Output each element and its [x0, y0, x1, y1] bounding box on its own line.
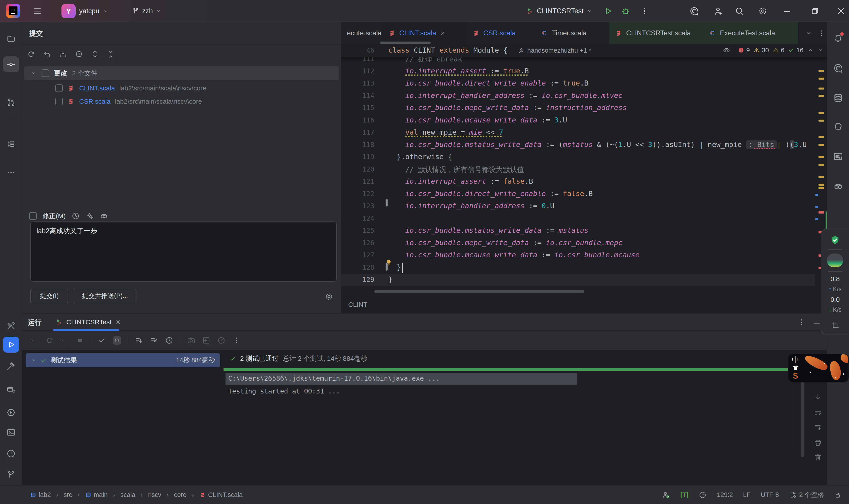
caret-position[interactable]: 129:2: [717, 491, 733, 499]
tab-executetest-scala[interactable]: ExecuteTest.scala: [703, 22, 798, 44]
breadcrumb-item[interactable]: src: [64, 491, 72, 499]
breadcrumb-item[interactable]: core: [174, 491, 186, 499]
close-icon[interactable]: [115, 319, 121, 325]
file-encoding[interactable]: UTF-8: [761, 491, 779, 499]
console-line[interactable]: C:\Users\26586\.jdks\temurin-17.0.16\bin…: [228, 375, 440, 382]
breadcrumb-item[interactable]: scala: [120, 491, 135, 499]
branch-selector[interactable]: zzh: [132, 0, 162, 22]
screenshot-crop-icon[interactable]: [830, 321, 840, 330]
changes-checkbox[interactable]: [41, 69, 49, 77]
settings-gear-icon[interactable]: [758, 6, 767, 16]
code-line-120[interactable]: 120// 默认情况，所有信号都设为默认值: [341, 164, 815, 176]
database-stripe-icon[interactable]: [833, 93, 843, 103]
sort-by-duration-icon[interactable]: [135, 336, 143, 345]
console-scrollbar[interactable]: [801, 382, 804, 457]
test-results-row[interactable]: 测试结果 14秒 884毫秒: [26, 353, 220, 367]
hamburger-menu-icon[interactable]: [32, 6, 42, 16]
toolbar-kebab-icon[interactable]: [232, 336, 240, 345]
tabs-chevron-down-icon[interactable]: [805, 29, 813, 37]
project-selector[interactable]: Y yatcpu: [61, 0, 109, 22]
commit-options-gear-icon[interactable]: [325, 292, 333, 301]
print-icon[interactable]: [814, 438, 822, 447]
user-logged-in-icon[interactable]: [662, 491, 670, 499]
tabs-kebab-icon[interactable]: [818, 29, 826, 37]
sidebar-item-services[interactable]: [6, 385, 16, 395]
documentation-card-icon[interactable]: [833, 151, 843, 162]
run-configuration-selector[interactable]: CLINTCSRTest: [526, 0, 593, 22]
window-restore-button[interactable]: [810, 6, 819, 16]
breadcrumb-item[interactable]: lab2: [30, 491, 51, 499]
window-close-button[interactable]: [836, 6, 846, 16]
dependencies-hexagon-icon[interactable]: [833, 122, 843, 132]
error-stripe-mark[interactable]: [818, 211, 824, 214]
ai-assistant-icon[interactable]: [689, 6, 699, 16]
show-ignored-icon[interactable]: [113, 336, 121, 345]
toggle-auto-test-icon[interactable]: [60, 336, 69, 345]
sidebar-item-structure[interactable]: [6, 139, 16, 148]
console-line[interactable]: Testing started at 00:31 ...: [228, 387, 340, 395]
ai-robot-icon[interactable]: [100, 212, 108, 220]
commit-message-input[interactable]: lab2离成功又了一步: [30, 221, 337, 282]
code-line-118[interactable]: 118io.csr_bundle.mstatus_write_data := (…: [341, 139, 815, 151]
ime-mode-indicator[interactable]: 中: [792, 356, 799, 363]
shelve-icon[interactable]: [59, 50, 67, 58]
tab-ecute-scala[interactable]: ecute.scala: [341, 22, 382, 44]
sidebar-item-git[interactable]: [6, 470, 16, 480]
problem-passed[interactable]: 16: [788, 47, 803, 54]
rollback-icon[interactable]: [43, 50, 51, 58]
run-button[interactable]: [603, 6, 613, 16]
tab-close-icon[interactable]: [440, 30, 446, 36]
commit-and-push-button[interactable]: 提交并推送(P)...: [74, 289, 137, 303]
warning-stripe-mark[interactable]: [818, 156, 824, 158]
warning-stripe-mark[interactable]: [818, 120, 824, 122]
ime-skin-shirt-icon[interactable]: [792, 364, 799, 371]
code-line-124[interactable]: 124: [341, 213, 815, 225]
sidebar-item-pull-requests[interactable]: [6, 97, 16, 107]
capsule-widget[interactable]: [827, 254, 843, 267]
search-everywhere-icon[interactable]: [735, 6, 744, 16]
tab-csr-scala[interactable]: CSR.scala: [467, 22, 535, 44]
sidebar-item-problems[interactable]: [6, 449, 16, 458]
scroll-to-end-icon[interactable]: [814, 424, 822, 432]
refresh-icon[interactable]: [27, 50, 35, 58]
change-stripe-mark[interactable]: [815, 206, 818, 208]
problem-errors[interactable]: 9: [738, 47, 750, 54]
tab-clint-scala[interactable]: CLINT.scala: [382, 22, 467, 44]
warning-stripe-mark[interactable]: [818, 184, 824, 186]
warning-stripe-mark[interactable]: [818, 88, 824, 90]
tabbar-scrollbar[interactable]: [380, 41, 431, 44]
expand-all-icon[interactable]: [91, 50, 99, 58]
warning-stripe-mark[interactable]: [818, 95, 824, 97]
show-passed-icon[interactable]: [98, 336, 106, 345]
code-line-116[interactable]: 116io.csr_bundle.mcause_write_data := 3.…: [341, 114, 815, 127]
notifications-bell-icon[interactable]: [833, 33, 843, 43]
changes-group-row[interactable]: 更改 2 个文件: [24, 66, 339, 80]
warning-stripe-mark[interactable]: [818, 77, 824, 79]
warning-stripe-mark[interactable]: [818, 176, 824, 178]
tab-timer-scala[interactable]: Timer.scala: [535, 22, 609, 44]
warning-stripe-mark[interactable]: [818, 187, 824, 189]
file-checkbox[interactable]: [55, 98, 63, 105]
code-line-125[interactable]: 125io.csr_bundle.mstatus_write_data := m…: [341, 225, 815, 237]
code-line-122[interactable]: 122io.csr_bundle.direct_write_enable := …: [341, 188, 815, 200]
change-stripe-mark[interactable]: [815, 218, 818, 220]
sidebar-item-build[interactable]: [6, 362, 16, 371]
code-line-121[interactable]: 121io.interrupt_assert := false.B: [341, 176, 815, 188]
warning-stripe-mark[interactable]: [818, 164, 824, 166]
test-history-icon[interactable]: [165, 336, 173, 345]
indent-setting[interactable]: 2 个空格: [789, 490, 824, 499]
ai-generate-message-icon[interactable]: [86, 212, 94, 220]
ime-logo[interactable]: S: [793, 372, 798, 380]
translator-badge[interactable]: [T]: [680, 491, 688, 499]
code-with-me-icon[interactable]: [714, 6, 723, 16]
warning-stripe-mark[interactable]: [818, 70, 824, 72]
sidebar-item-build-tools[interactable]: [6, 321, 16, 330]
amend-checkbox[interactable]: [29, 212, 37, 220]
code-analysis-gauge-icon[interactable]: [699, 491, 707, 499]
code-line-117[interactable]: 117val new_mpie = mie << 7: [341, 127, 815, 139]
preview-diff-icon[interactable]: [75, 50, 83, 58]
code-line-127[interactable]: 127io.csr_bundle.mcause_write_data := io…: [341, 249, 815, 262]
tab-clintcsrtest-scala[interactable]: CLINTCSRTest.scala: [609, 22, 703, 44]
breadcrumb-item[interactable]: riscv: [148, 491, 161, 499]
line-separator[interactable]: LF: [743, 491, 751, 499]
